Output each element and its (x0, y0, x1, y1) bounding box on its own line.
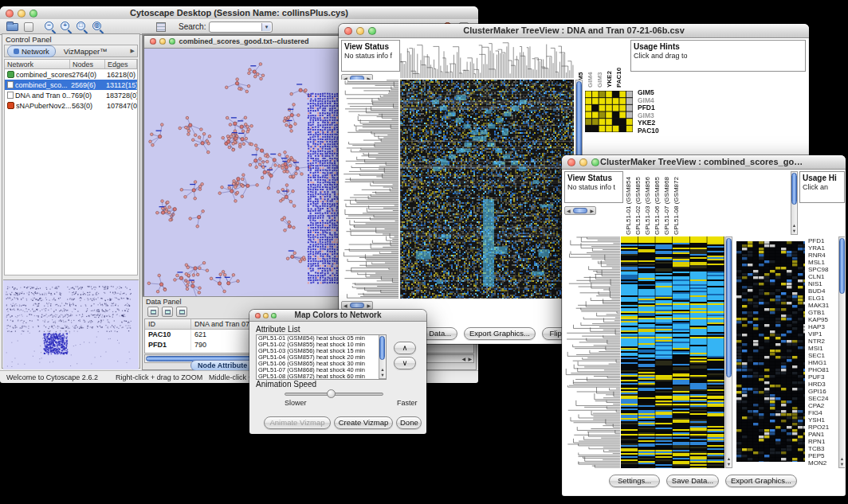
scroll-up-icon[interactable]: ▲ (379, 367, 386, 372)
gene-label[interactable]: NTR2 (808, 338, 829, 345)
gene-label[interactable]: GTB1 (808, 309, 829, 316)
scroll-down-icon[interactable]: ▼ (791, 229, 797, 233)
move-down-button[interactable]: ∨ (394, 357, 416, 369)
minimize-button[interactable] (356, 27, 364, 35)
gene-label[interactable]: TCB3 (808, 445, 829, 452)
zoom-button[interactable] (29, 10, 37, 18)
gene-label[interactable]: RNR4 (808, 252, 829, 259)
create-vizmap-button[interactable]: Create Vizmap (334, 416, 393, 429)
attribute-list-item[interactable]: GPL51-08 (GSM872) heat shock 60 min (257, 373, 386, 380)
selected-cluster-heatmap[interactable] (585, 91, 633, 132)
save-session-icon[interactable] (24, 22, 33, 32)
create-attribute-icon[interactable] (162, 307, 173, 317)
scroll-down-icon[interactable]: ▼ (726, 462, 732, 467)
scroll-left-icon[interactable]: ◀ (565, 208, 572, 213)
zoom-button[interactable] (169, 38, 175, 45)
minimize-button[interactable] (263, 313, 269, 318)
network-view-titlebar[interactable]: combined_scores_good.txt--clustered (144, 36, 344, 49)
scroll-down-icon[interactable]: ▼ (839, 462, 845, 467)
sNAPuberNov2...[interactable]: sNAPuberNov2... 563(0) 107847(0) (5, 100, 137, 111)
scrollbar-thumb[interactable] (839, 238, 845, 294)
minimize-button[interactable] (579, 158, 587, 166)
scroll-right-icon[interactable]: ▶ (588, 208, 595, 213)
gene-label[interactable]: VIP1 (808, 330, 829, 338)
minimize-button[interactable] (159, 38, 166, 45)
gene-label[interactable]: HMG1 (808, 359, 829, 366)
zoom-selected-icon[interactable]: ◎ (92, 21, 104, 33)
tab-overflow-icon[interactable]: ▶ (131, 48, 135, 54)
gene-label[interactable]: PFD1 (808, 237, 829, 244)
gene-label[interactable]: NIS1 (808, 280, 829, 287)
zoom-in-icon[interactable]: + (61, 21, 73, 33)
scroll-up-icon[interactable]: ▲ (839, 456, 845, 461)
gene-label[interactable]: RPN1 (808, 438, 829, 445)
close-button[interactable] (255, 313, 261, 318)
animation-speed-slider-thumb[interactable] (327, 389, 336, 398)
settings-button[interactable]: Settings... (609, 475, 660, 487)
gene-label[interactable]: PEP5 (808, 452, 829, 459)
scroll-right-icon[interactable]: ▶ (365, 303, 372, 308)
export-graphics-button[interactable]: Export Graphics... (464, 327, 536, 340)
select-attributes-icon[interactable] (147, 307, 159, 317)
column-labels-v-scrollbar[interactable]: ▲ ▼ (791, 171, 798, 235)
gene-label[interactable]: SEC1 (808, 352, 829, 359)
gene-list-v-scrollbar[interactable]: ▲ ▼ (838, 236, 845, 468)
scroll-left-icon[interactable]: ◀ (461, 356, 465, 361)
zoom-button[interactable] (271, 313, 277, 318)
open-session-icon[interactable] (6, 23, 18, 31)
gene-label[interactable]: HAP3 (808, 323, 829, 330)
gene-label[interactable]: FIG4 (808, 409, 829, 416)
column-dendrogram-canvas[interactable] (400, 40, 574, 78)
done-button[interactable]: Done (396, 416, 422, 429)
network-overview-thumbnail[interactable] (3, 279, 139, 369)
search-combobox[interactable]: ▼ (209, 21, 273, 33)
animate-vizmap-button[interactable]: Animate Vizmap (264, 416, 331, 429)
scrollbar-thumb[interactable] (350, 303, 365, 308)
gene-label[interactable]: GPI16 (808, 388, 829, 395)
attribute-function-icon[interactable] (176, 307, 187, 317)
network-canvas[interactable] (144, 49, 344, 296)
save-data-button[interactable]: Save Data... (666, 475, 719, 487)
scroll-right-icon[interactable]: ▶ (468, 356, 472, 361)
gene-label[interactable]: MAK31 (808, 302, 829, 309)
gene-label[interactable]: SPC98 (808, 266, 829, 273)
scrollbar-thumb[interactable] (573, 208, 588, 213)
gene-label[interactable]: RPO21 (808, 424, 829, 431)
heatmap-canvas[interactable] (621, 236, 724, 468)
zoom-out-icon[interactable]: − (45, 21, 57, 33)
close-button[interactable] (344, 27, 352, 35)
tab-vizmapper[interactable]: VizMapper™ (58, 46, 113, 57)
gene-label[interactable]: YRA1 (808, 244, 829, 252)
scrollbar-thumb[interactable] (791, 173, 797, 205)
gene-label[interactable]: PAC10 (638, 127, 659, 135)
row-dendrogram-canvas[interactable] (341, 80, 398, 299)
dendrogram-h-scrollbar-bottom[interactable]: ◀ ▶ (341, 301, 373, 310)
DNA and Tran 0...[interactable]: DNA and Tran 0... 769(0) 183728(0) (5, 90, 137, 100)
close-button[interactable] (567, 158, 575, 166)
scroll-down-icon[interactable]: ▼ (379, 373, 386, 377)
combined_scores[interactable]: combined_scores 2764(0) 16218(0) (5, 69, 137, 80)
gene-label[interactable]: MSI1 (808, 345, 829, 352)
treeview-combined-titlebar[interactable]: ClusterMaker TreeView : combined_scores_… (562, 155, 846, 170)
minimize-button[interactable] (18, 10, 26, 18)
gene-label[interactable]: SEC24 (808, 395, 829, 402)
search-dropdown-icon[interactable]: ▼ (261, 23, 271, 31)
gene-label[interactable]: KAP95 (808, 316, 829, 323)
scrollbar-thumb[interactable] (726, 238, 732, 377)
treeview-dna-titlebar[interactable]: ClusterMaker TreeView : DNA and Tran 07-… (339, 24, 809, 38)
gene-label[interactable]: CLN1 (808, 273, 829, 280)
zoom-fit-icon[interactable]: □ (77, 21, 88, 33)
gene-label[interactable]: HRD3 (808, 381, 829, 388)
scroll-up-icon[interactable]: ▲ (791, 223, 797, 228)
move-up-button[interactable]: ∧ (394, 342, 416, 354)
export-graphics-button[interactable]: Export Graphics... (725, 475, 797, 487)
close-button[interactable] (150, 38, 156, 45)
gene-label[interactable]: YSH1 (808, 416, 829, 424)
close-button[interactable] (6, 10, 14, 18)
heatmap-canvas[interactable] (400, 80, 574, 299)
gene-label[interactable]: PAN1 (808, 431, 829, 438)
scroll-up-icon[interactable]: ▲ (726, 456, 732, 461)
dendrogram-h-scrollbar[interactable]: ◀ ▶ (564, 206, 596, 215)
combined_sco...[interactable]: combined_sco... 2569(6) 13112(15) (5, 80, 137, 90)
secondary-heatmap-canvas[interactable] (736, 241, 805, 462)
